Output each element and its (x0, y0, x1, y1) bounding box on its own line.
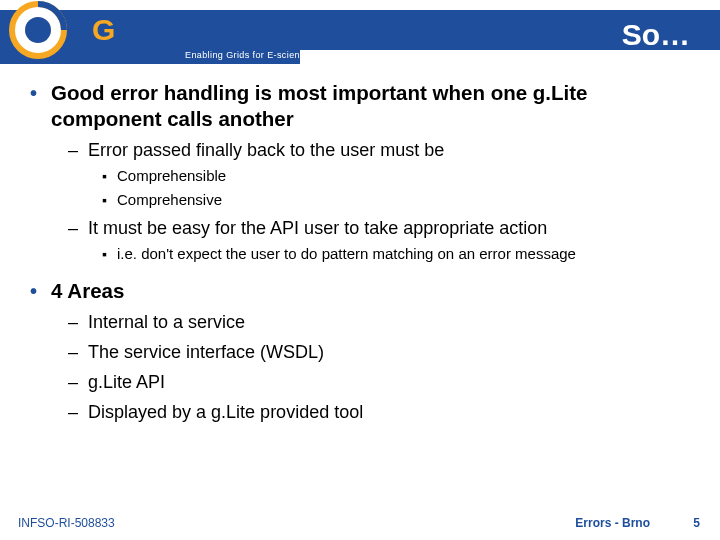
square-icon: ▪ (102, 166, 107, 186)
list-item: – The service interface (WSDL) (68, 340, 690, 364)
dash-icon: – (68, 370, 78, 394)
svg-text:ee: ee (118, 13, 151, 46)
list-item: – Internal to a service (68, 310, 690, 334)
dash-icon: – (68, 340, 78, 364)
slide: So… Enabling Grids for E-sciencE e G ee … (0, 0, 720, 540)
list-item: – Displayed by a g.Lite provided tool (68, 400, 690, 424)
list-item: ▪ Comprehensible (102, 166, 690, 186)
bullet-icon: • (30, 278, 37, 304)
list-item: – g.Lite API (68, 370, 690, 394)
footer-left: INFSO-RI-508833 (18, 516, 115, 530)
content: • Good error handling is most important … (30, 80, 690, 496)
tagline: Enabling Grids for E-sciencE (185, 50, 311, 60)
bullet-icon: • (30, 80, 37, 106)
bullet-text: Comprehensive (117, 190, 222, 210)
bullet-list: • Good error handling is most important … (30, 80, 690, 424)
svg-text:G: G (92, 13, 115, 46)
svg-text:e: e (70, 13, 87, 46)
footer: INFSO-RI-508833 Errors - Brno 5 (0, 508, 720, 540)
bullet-text: g.Lite API (88, 370, 165, 394)
list-item: – It must be easy for the API user to ta… (68, 216, 690, 264)
list-item: • Good error handling is most important … (30, 80, 690, 264)
header: So… Enabling Grids for E-sciencE e G ee (0, 0, 720, 72)
list-item: • 4 Areas – Internal to a service – The … (30, 278, 690, 424)
page-number: 5 (693, 516, 700, 530)
bullet-text: Internal to a service (88, 310, 245, 334)
square-icon: ▪ (102, 244, 107, 264)
bullet-text: 4 Areas (51, 278, 124, 304)
bullet-text: The service interface (WSDL) (88, 340, 324, 364)
bullet-text: Displayed by a g.Lite provided tool (88, 400, 363, 424)
dash-icon: – (68, 216, 78, 240)
list-item: ▪ i.e. don't expect the user to do patte… (102, 244, 690, 264)
egee-logo: e G ee (6, 0, 176, 64)
bullet-text: It must be easy for the API user to take… (88, 216, 547, 240)
bullet-text: Good error handling is most important wh… (51, 80, 690, 132)
list-item: – Error passed finally back to the user … (68, 138, 690, 210)
dash-icon: – (68, 400, 78, 424)
bullet-text: Error passed finally back to the user mu… (88, 138, 444, 162)
bullet-text: Comprehensible (117, 166, 226, 186)
svg-point-1 (25, 17, 51, 43)
dash-icon: – (68, 310, 78, 334)
slide-title: So… (622, 18, 690, 52)
list-item: ▪ Comprehensive (102, 190, 690, 210)
footer-right: Errors - Brno (575, 516, 650, 530)
dash-icon: – (68, 138, 78, 162)
square-icon: ▪ (102, 190, 107, 210)
bullet-text: i.e. don't expect the user to do pattern… (117, 244, 576, 264)
